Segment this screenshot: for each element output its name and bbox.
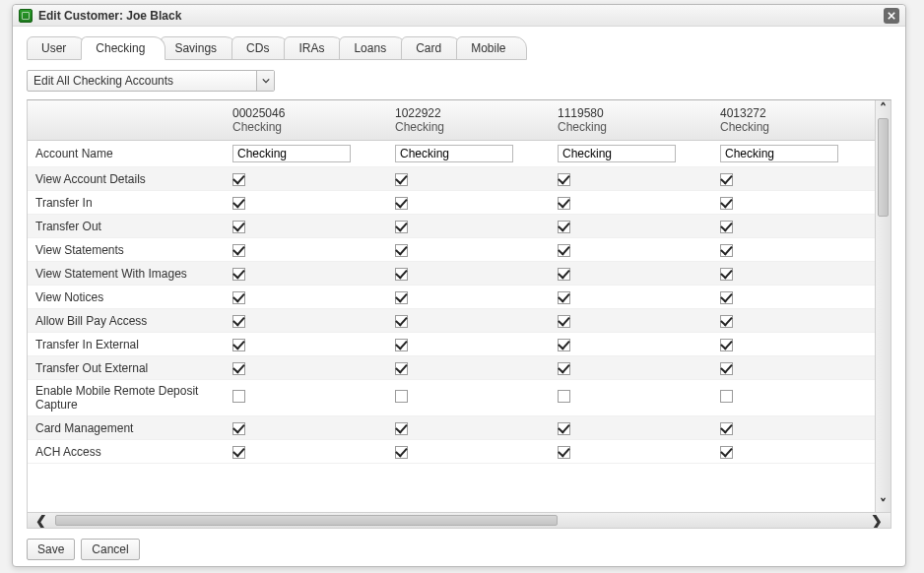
save-button[interactable]: Save xyxy=(27,539,75,560)
permission-checkbox[interactable] xyxy=(720,197,733,210)
permission-checkbox[interactable] xyxy=(395,291,408,304)
horizontal-scrollbar[interactable]: ❮ ❯ xyxy=(28,512,891,528)
tab-label: Loans xyxy=(354,41,386,55)
permission-checkbox[interactable] xyxy=(558,422,570,435)
scroll-up-icon[interactable]: ˄ xyxy=(876,100,891,116)
permission-checkbox[interactable] xyxy=(395,244,408,257)
permission-checkbox[interactable] xyxy=(232,315,245,328)
permission-checkbox[interactable] xyxy=(232,446,245,459)
permission-checkbox[interactable] xyxy=(395,339,408,351)
table-row: Card Management xyxy=(28,416,875,440)
scroll-down-icon[interactable]: ˅ xyxy=(876,496,891,512)
permission-checkbox[interactable] xyxy=(720,362,733,375)
permission-checkbox[interactable] xyxy=(558,221,570,233)
permission-checkbox[interactable] xyxy=(558,315,570,328)
permission-cell xyxy=(387,416,550,440)
vscroll-thumb[interactable] xyxy=(878,118,889,217)
permission-cell xyxy=(550,356,712,380)
tab-loans[interactable]: Loans xyxy=(339,36,407,60)
tab-checking[interactable]: Checking xyxy=(81,36,165,60)
vertical-scrollbar[interactable]: ˄ ˅ xyxy=(875,100,891,512)
permission-cell xyxy=(550,191,712,215)
permission-checkbox[interactable] xyxy=(232,244,245,257)
tab-cds[interactable]: CDs xyxy=(231,36,290,60)
permission-cell xyxy=(712,286,875,309)
permission-checkbox[interactable] xyxy=(232,221,245,233)
permission-checkbox[interactable] xyxy=(232,362,245,375)
permission-checkbox[interactable] xyxy=(720,446,733,459)
permission-checkbox[interactable] xyxy=(720,315,733,328)
permission-checkbox[interactable] xyxy=(232,173,245,186)
permission-checkbox[interactable] xyxy=(395,390,408,403)
permission-checkbox[interactable] xyxy=(720,339,733,351)
permission-checkbox[interactable] xyxy=(558,244,570,257)
account-name-input[interactable] xyxy=(232,145,351,162)
tab-label: CDs xyxy=(246,41,269,55)
account-selector-row: Edit All Checking Accounts xyxy=(27,70,891,92)
permission-cell xyxy=(550,380,712,416)
permission-cell xyxy=(712,215,875,238)
permission-checkbox[interactable] xyxy=(558,173,570,186)
permission-checkbox[interactable] xyxy=(232,268,245,281)
table-row: View Statements xyxy=(28,238,875,262)
permission-checkbox[interactable] xyxy=(232,339,245,351)
tab-user[interactable]: User xyxy=(27,36,87,60)
permission-checkbox[interactable] xyxy=(232,422,245,435)
permission-checkbox[interactable] xyxy=(395,446,408,459)
permission-checkbox[interactable] xyxy=(395,197,408,210)
tab-card[interactable]: Card xyxy=(401,36,462,60)
permission-cell xyxy=(387,141,550,167)
permission-checkbox[interactable] xyxy=(558,362,570,375)
account-selector-dropdown[interactable]: Edit All Checking Accounts xyxy=(27,70,275,92)
scroll-left-icon[interactable]: ❮ xyxy=(28,513,55,529)
permission-checkbox[interactable] xyxy=(558,446,570,459)
account-name-input[interactable] xyxy=(720,145,838,162)
permission-cell xyxy=(225,262,387,286)
permission-cell xyxy=(387,286,550,309)
permission-checkbox[interactable] xyxy=(232,390,245,403)
close-icon[interactable] xyxy=(884,8,899,24)
tab-label: Card xyxy=(416,41,441,55)
permission-cell xyxy=(550,238,712,262)
window-body: UserCheckingSavingsCDsIRAsLoansCardMobil… xyxy=(13,27,905,566)
permission-checkbox[interactable] xyxy=(720,221,733,233)
account-name-input[interactable] xyxy=(395,145,513,162)
tab-mobile[interactable]: Mobile xyxy=(456,36,526,60)
permission-checkbox[interactable] xyxy=(720,390,733,403)
permission-checkbox[interactable] xyxy=(720,422,733,435)
table-row: Transfer In External xyxy=(28,333,875,356)
permission-cell xyxy=(550,141,712,167)
permission-checkbox[interactable] xyxy=(395,268,408,281)
permission-checkbox[interactable] xyxy=(558,339,570,351)
permission-checkbox[interactable] xyxy=(395,221,408,233)
cancel-button[interactable]: Cancel xyxy=(81,539,139,560)
permission-cell xyxy=(225,356,387,380)
permission-checkbox[interactable] xyxy=(720,173,733,186)
tab-label: Checking xyxy=(96,41,145,55)
permission-checkbox[interactable] xyxy=(720,244,733,257)
tab-label: User xyxy=(41,41,66,55)
permission-cell xyxy=(387,167,550,191)
permission-checkbox[interactable] xyxy=(395,362,408,375)
permission-checkbox[interactable] xyxy=(395,173,408,186)
account-name-input[interactable] xyxy=(558,145,676,162)
permission-checkbox[interactable] xyxy=(720,291,733,304)
permission-cell xyxy=(225,167,387,191)
permission-checkbox[interactable] xyxy=(232,291,245,304)
permission-checkbox[interactable] xyxy=(232,197,245,210)
permission-checkbox[interactable] xyxy=(558,268,570,281)
hscroll-thumb[interactable] xyxy=(55,515,558,526)
permission-cell xyxy=(712,238,875,262)
permission-checkbox[interactable] xyxy=(720,268,733,281)
permission-checkbox[interactable] xyxy=(395,422,408,435)
permission-checkbox[interactable] xyxy=(558,291,570,304)
permission-label: Transfer In External xyxy=(28,333,225,356)
permission-cell xyxy=(550,286,712,309)
permission-checkbox[interactable] xyxy=(558,197,570,210)
permission-checkbox[interactable] xyxy=(395,315,408,328)
permission-cell xyxy=(225,380,387,416)
scroll-right-icon[interactable]: ❯ xyxy=(863,513,891,529)
tab-iras[interactable]: IRAs xyxy=(284,36,345,60)
tab-savings[interactable]: Savings xyxy=(160,36,237,60)
permission-checkbox[interactable] xyxy=(558,390,570,403)
